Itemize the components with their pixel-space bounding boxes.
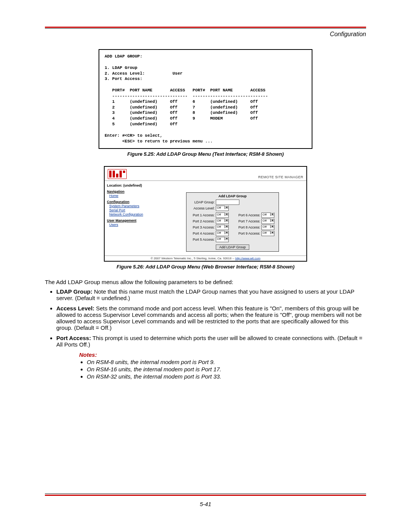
port6-select[interactable]: Off	[261, 212, 274, 218]
port3-select[interactable]: Off	[216, 225, 229, 230]
note-item: On RSM-16 units, the internal modem port…	[87, 366, 366, 372]
port5-select[interactable]: Off	[216, 237, 229, 242]
nav-home-link[interactable]: Home	[109, 194, 156, 198]
port-access-text: This prompt is used to determine which p…	[56, 335, 362, 348]
list-item: LDAP Group: Note that this name must mat…	[56, 288, 366, 301]
port6-label: Port 6 Access:	[234, 213, 260, 217]
term-divider: ------------------------------ ---------…	[105, 94, 268, 98]
product-label: REMOTE SITE MANAGER	[258, 175, 303, 179]
port9-label: Port 9 Access:	[234, 232, 260, 235]
ldap-group-bold: LDAP Group:	[56, 288, 92, 295]
note-item: On RSM-32 units, the internal modem port…	[87, 373, 366, 380]
term-row: 5 (undefined) Off	[105, 122, 177, 126]
terminal-figure: ADD LDAP GROUP: 1. LDAP Group 2. Access …	[99, 49, 312, 149]
term-row: 2 (undefined) Off 7 (undefined) Off	[105, 105, 258, 110]
term-headers: PORT# PORT NAME ACCESS PORT# PORT NAME A…	[105, 88, 265, 93]
term-title: ADD LDAP GROUP:	[105, 54, 142, 59]
port3-label: Port 3 Access:	[189, 225, 215, 229]
access-level-bold: Access Level:	[56, 305, 94, 312]
page-number: 5-41	[0, 501, 411, 507]
top-rule	[45, 27, 366, 29]
port2-label: Port 2 Access:	[189, 219, 215, 223]
port5-label: Port 5 Access:	[189, 238, 215, 241]
figure-5-25-caption: Figure 5.25: Add LDAP Group Menu (Text I…	[45, 151, 366, 157]
nav-system-params-link[interactable]: System Parameters	[109, 204, 156, 208]
nav-network-config-link[interactable]: Network Configuration	[109, 212, 156, 216]
web-footer: © 2007 Western Telematic Inc., 5 Sterlin…	[105, 256, 306, 261]
form-title: Add LDAP Group	[189, 194, 276, 198]
access-level-label: Access Level:	[189, 206, 215, 210]
access-level-select[interactable]: Off	[216, 206, 229, 211]
note-item: On RSM-8 units, the internal modem port …	[87, 359, 366, 365]
port-access-bold: Port Access:	[56, 335, 91, 341]
notes-block: Notes: On RSM-8 units, the internal mode…	[79, 351, 366, 380]
term-item: 1. LDAP Group	[105, 66, 137, 70]
ldap-group-label: LDAP Group:	[189, 200, 215, 204]
port7-select[interactable]: Off	[261, 219, 274, 224]
location-label: Location: (undefined)	[107, 184, 156, 187]
term-enter-2: <ESC> to return to previous menu ...	[105, 139, 213, 144]
port7-label: Port 7 Access:	[234, 219, 260, 223]
list-item: Access Level: Sets the command mode and …	[56, 305, 366, 331]
parameter-list: LDAP Group: Note that this name must mat…	[56, 288, 366, 348]
nav-heading: Navigation	[107, 190, 156, 193]
user-mgmt-heading: User Management	[107, 219, 156, 222]
port1-label: Port 1 Access:	[189, 213, 215, 217]
ldap-group-input[interactable]	[216, 200, 239, 205]
notes-title: Notes:	[79, 351, 97, 358]
list-item: Port Access: This prompt is used to dete…	[56, 335, 366, 348]
port1-select[interactable]: Off	[216, 212, 229, 218]
port4-select[interactable]: Off	[216, 231, 229, 236]
access-level-text: Sets the command mode and port access le…	[56, 305, 362, 331]
figure-5-26-caption: Figure 5.26: Add LDAP Group Menu (Web Br…	[45, 264, 366, 270]
intro-paragraph: The Add LDAP Group menus allow the follo…	[45, 279, 366, 285]
footer-link[interactable]: http://www.wti.com	[235, 257, 260, 260]
wti-logo-icon	[108, 169, 127, 179]
add-ldap-group-form: Add LDAP Group LDAP Group: Access Level:…	[186, 192, 279, 252]
port2-select[interactable]: Off	[216, 219, 229, 224]
section-title: Configuration	[45, 31, 366, 38]
ldap-group-text: Note that this name must match the LDAP …	[56, 288, 354, 301]
web-figure: REMOTE SITE MANAGER Location: (undefined…	[104, 166, 307, 262]
config-heading: Configuration	[107, 200, 156, 204]
nav-serial-port-link[interactable]: Serial Port	[109, 208, 156, 212]
nav-users-link[interactable]: Users	[109, 223, 156, 227]
term-enter-1: Enter: #<CR> to select,	[105, 133, 162, 138]
add-ldap-group-button[interactable]: Add LDAP Group	[216, 244, 249, 250]
bottom-rule	[45, 494, 366, 496]
port9-select[interactable]: Off	[261, 231, 274, 236]
term-row: 4 (undefined) Off 9 MODEM Off	[105, 116, 258, 121]
footer-text: © 2007 Western Telematic Inc., 5 Sterlin…	[151, 257, 235, 260]
port8-label: Port 8 Access:	[234, 225, 260, 229]
term-row: 1 (undefined) Off 6 (undefined) Off	[105, 99, 258, 104]
term-item: 2. Access Level: User	[105, 71, 183, 76]
port4-label: Port 4 Access:	[189, 232, 215, 235]
port8-select[interactable]: Off	[261, 225, 274, 230]
term-row: 3 (undefined) Off 8 (undefined) Off	[105, 110, 258, 115]
term-item: 3. Port Access:	[105, 77, 142, 81]
